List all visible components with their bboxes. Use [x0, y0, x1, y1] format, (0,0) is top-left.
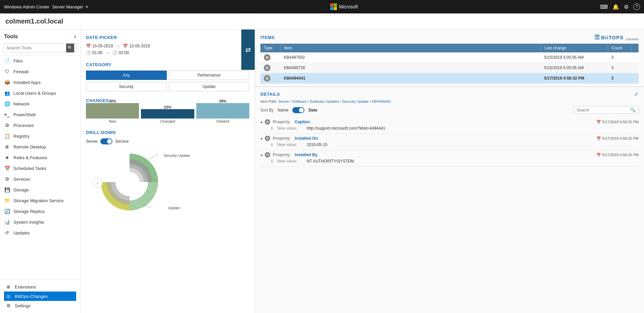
- sidebar-item-system-insights[interactable]: 📊 System Insights: [0, 217, 80, 227]
- sort-row: Sort By Name Date 🔍: [260, 106, 639, 114]
- timestamp-installed-on: 📅 5/17/2019 4:58:32 PM: [596, 136, 639, 141]
- sidebar-item-roles-features[interactable]: ★ Roles & Features: [0, 152, 80, 163]
- path-software-updates[interactable]: Software Updates: [310, 99, 339, 103]
- sidebar-item-label: BiitOps-Changes: [15, 294, 48, 299]
- sidebar-item-network[interactable]: 🌐 Network: [0, 98, 80, 109]
- bell-icon[interactable]: 🔔: [612, 4, 619, 10]
- table-row[interactable]: N KB4499728 5/15/2019 5:05:05 AM 3: [260, 63, 639, 73]
- items-table-head: Type Item Last change Count: [260, 44, 639, 52]
- sidebar-collapse-button[interactable]: ‹: [74, 33, 76, 40]
- detail-row-value-installed-by: ℹ New value: NT AUTHORITY\SYSTEM: [260, 158, 639, 164]
- detail-search-icon[interactable]: 🔍: [630, 107, 636, 113]
- sidebar-item-label: Installed Apps: [13, 80, 41, 85]
- bar-deleted-pct: 38%: [219, 99, 227, 103]
- category-section: CATEGORY Any Performance Security Update: [86, 62, 249, 91]
- path-software[interactable]: Software: [292, 99, 307, 103]
- path-kb[interactable]: KB4494441: [371, 99, 391, 103]
- bar-new-label: New: [109, 119, 116, 123]
- category-security-button[interactable]: Security: [86, 82, 167, 91]
- topbar: Windows Admin Center Server Manager ▾ Mi…: [0, 0, 644, 13]
- bar-deleted-bar: [196, 103, 249, 119]
- info-icon-installed-by: ℹ: [269, 159, 275, 164]
- terminal-icon[interactable]: ⌨: [600, 4, 608, 10]
- sidebar-item-storage[interactable]: 💾 Storage: [0, 184, 80, 195]
- sidebar-item-label: Updates: [13, 230, 30, 235]
- sort-by-name[interactable]: Name: [278, 108, 288, 113]
- sidebar-item-biitops[interactable]: ◎ BiitOps-Changes: [4, 292, 76, 301]
- network-icon: 🌐: [4, 101, 10, 106]
- category-performance-button[interactable]: Performance: [169, 71, 250, 80]
- drilldown-title: DRILL-DOWN: [86, 130, 249, 135]
- sidebar-item-label: Local Users & Groups: [13, 91, 56, 96]
- category-any-button[interactable]: Any: [86, 71, 167, 80]
- gear-icon[interactable]: ⚙: [624, 4, 629, 10]
- path-server[interactable]: Server: [278, 99, 289, 103]
- expand-icon-installed-by[interactable]: ◂: [260, 153, 262, 157]
- panels-layout: ⇄ DATE PICKER 📅 15-05-2019 → 📅 22-05-201…: [81, 30, 644, 313]
- sort-toggle[interactable]: [292, 107, 304, 113]
- from-clock-icon: 🕐: [86, 50, 91, 55]
- help-icon[interactable]: ?: [633, 3, 640, 10]
- topbar-left: Windows Admin Center Server Manager ▾: [4, 4, 88, 9]
- detail-search-input[interactable]: [577, 108, 630, 113]
- sidebar-item-installed-apps[interactable]: 📦 Installed Apps: [0, 77, 80, 88]
- server-title: colmem1.col.local: [0, 13, 644, 30]
- sidebar-item-label: Storage Migration Service: [13, 198, 64, 203]
- to-date-box: 📅 22-05-2019: [123, 44, 150, 48]
- table-row[interactable]: N KB4497932 5/15/2019 5:05:05 AM 3: [260, 52, 639, 63]
- sidebar-item-storage-migration[interactable]: 📁 Storage Migration Service: [0, 195, 80, 206]
- sidebar-item-label: Processes: [13, 123, 34, 128]
- services-icon: ⚙: [4, 176, 10, 182]
- topbar-right: ⌨ 🔔 ⚙ ?: [600, 3, 640, 10]
- items-header-row: Type Item Last change Count: [260, 44, 639, 52]
- remote-desktop-icon: 🖥: [4, 144, 10, 149]
- val-label-installed-on: New value:: [277, 142, 304, 147]
- val-label-installed-by: New value:: [277, 159, 304, 164]
- expand-icon-caption[interactable]: ◂: [260, 120, 262, 124]
- details-header: DETAILS ✓: [260, 91, 639, 97]
- side-tab[interactable]: ⇄: [241, 30, 255, 70]
- detail-row-caption: ◂ N Property: Caption 📅 5/17/2019 4:58:3…: [260, 117, 639, 134]
- sidebar-item-settings[interactable]: ⚙ Settings: [4, 301, 76, 310]
- sidebar-item-processes[interactable]: ⚙ Processes: [0, 120, 80, 131]
- property-value-installed-on: Installed On: [295, 136, 318, 141]
- details-collapse-button[interactable]: ✓: [634, 91, 639, 97]
- date-picker-title: DATE PICKER: [86, 35, 249, 40]
- category-update-button[interactable]: Update: [169, 82, 250, 91]
- details-section: DETAILS ✓ Item Path: Server / Software /…: [255, 86, 644, 313]
- sidebar-item-extensions[interactable]: ⊕ Extensions: [4, 282, 76, 292]
- sidebar-item-label: System Insights: [13, 220, 44, 225]
- sidebar-item-files[interactable]: 📄 Files: [0, 55, 80, 66]
- expand-icon-installed-on[interactable]: ◂: [260, 137, 262, 140]
- sidebar-item-scheduled-tasks[interactable]: 📅 Scheduled Tasks: [0, 163, 80, 174]
- sidebar-item-updates[interactable]: ↺ Updates: [0, 227, 80, 238]
- donut-back-button[interactable]: ‹: [93, 178, 103, 188]
- manager-label[interactable]: Server Manager: [52, 4, 83, 9]
- sidebar-item-powershell[interactable]: >_ PowerShell: [0, 109, 80, 120]
- security-update-label: Security Update: [164, 153, 190, 158]
- type-badge-installed-on: N: [265, 136, 270, 141]
- sidebar-item-services[interactable]: ⚙ Services: [0, 174, 80, 184]
- update-label: Update: [168, 206, 180, 210]
- sidebar-item-remote-desktop[interactable]: 🖥 Remote Desktop: [0, 141, 80, 152]
- to-clock-icon: 🕐: [112, 50, 117, 55]
- row-last-change: 5/15/2019 5:05:05 AM: [541, 63, 608, 73]
- drilldown-toggle[interactable]: [100, 138, 112, 144]
- row-type: N: [260, 63, 281, 73]
- cal-icon-caption: 📅: [596, 120, 601, 124]
- search-button[interactable]: 🔍: [66, 44, 74, 52]
- sidebar-item-firewall[interactable]: 🛡 Firewall: [0, 66, 80, 77]
- type-badge-installed-by: N: [265, 152, 270, 158]
- sidebar-item-local-users[interactable]: 👥 Local Users & Groups: [0, 88, 80, 98]
- sidebar-item-label: Extensions: [15, 284, 36, 289]
- sidebar-item-storage-replica[interactable]: 🔄 Storage Replica: [0, 206, 80, 217]
- property-value-caption: Caption: [295, 120, 310, 124]
- to-cal-icon: 📅: [123, 44, 128, 48]
- bar-new-bar: [86, 103, 139, 119]
- table-row-selected[interactable]: N KB4494441 5/17/2019 4:58:32 PM 3: [260, 73, 639, 84]
- sidebar-item-registry[interactable]: 📋 Registry: [0, 131, 80, 141]
- sort-by-date[interactable]: Date: [308, 108, 317, 113]
- path-security-update[interactable]: Security Update: [342, 99, 368, 103]
- category-grid: Any Performance Security Update: [86, 71, 249, 91]
- row-last-change: 5/15/2019 5:05:05 AM: [541, 52, 608, 63]
